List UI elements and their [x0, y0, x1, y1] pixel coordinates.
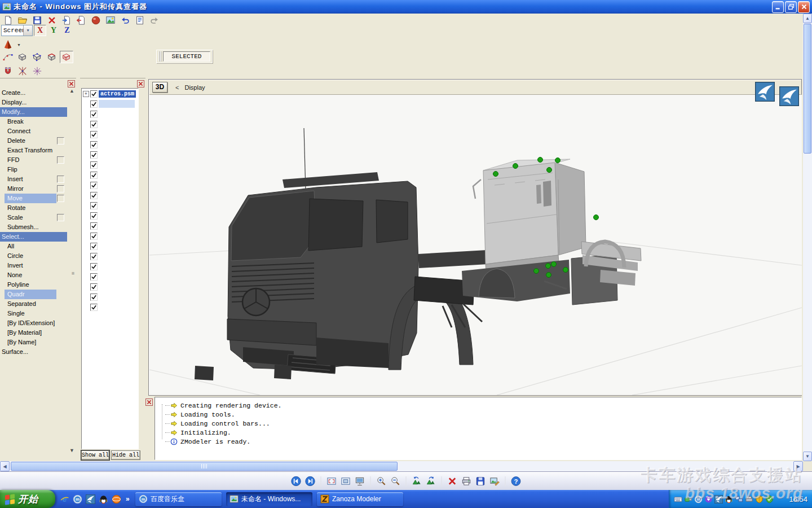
- tree-node-row[interactable]: [82, 170, 138, 180]
- magnet-button[interactable]: [1, 65, 15, 77]
- visibility-checkbox[interactable]: [90, 100, 98, 108]
- visibility-checkbox[interactable]: [90, 182, 98, 189]
- menu-item-move[interactable]: Move: [0, 194, 67, 203]
- truck-right-model[interactable]: [462, 159, 641, 305]
- axis-x-button[interactable]: X: [34, 25, 46, 36]
- tree-node-row[interactable]: [82, 211, 138, 221]
- tree-node-row[interactable]: [82, 99, 138, 109]
- next-image-button[interactable]: [303, 474, 317, 488]
- tree-node-row[interactable]: [82, 160, 138, 170]
- zoom-out-button[interactable]: [389, 474, 403, 488]
- tree-node-row[interactable]: [82, 271, 138, 282]
- menu-item-none[interactable]: None: [0, 270, 67, 280]
- scroll-down-icon[interactable]: ▼: [69, 448, 74, 453]
- back-arrow[interactable]: <: [175, 84, 179, 91]
- texture-image-button[interactable]: [104, 14, 117, 27]
- visibility-checkbox[interactable]: [90, 233, 98, 240]
- usb-device-icon[interactable]: [684, 495, 692, 503]
- option-box[interactable]: [57, 176, 64, 183]
- visibility-checkbox[interactable]: [90, 141, 98, 148]
- visibility-checkbox[interactable]: [90, 90, 98, 98]
- material-sphere-button[interactable]: [89, 14, 103, 27]
- start-button[interactable]: 开始: [0, 490, 55, 508]
- selected-toggle[interactable]: SELECTED: [163, 51, 210, 62]
- menu-item-rotate[interactable]: Rotate: [0, 203, 67, 213]
- menu-item-all[interactable]: All: [0, 242, 67, 251]
- tree-node-row[interactable]: [82, 200, 138, 211]
- baidu-music-icon[interactable]: m: [694, 495, 703, 503]
- rotate-counterclockwise-button[interactable]: [410, 474, 424, 488]
- qq-icon[interactable]: [725, 495, 733, 503]
- chevron-down-icon[interactable]: ▼: [23, 25, 32, 36]
- tree-node-row[interactable]: [82, 150, 138, 160]
- expand-icon[interactable]: +: [83, 91, 89, 97]
- visibility-checkbox[interactable]: [90, 121, 98, 128]
- close-button[interactable]: [798, 1, 810, 13]
- visibility-checkbox[interactable]: [90, 222, 98, 230]
- menu-item-separated[interactable]: Separated: [0, 299, 67, 309]
- menu-panel-close-button[interactable]: [68, 80, 75, 87]
- tree-node-row[interactable]: [82, 282, 138, 292]
- print-spool-icon[interactable]: [745, 495, 753, 503]
- internet-explorer-icon[interactable]: e: [60, 494, 69, 504]
- zmodeler-swallow-icon[interactable]: [714, 495, 723, 503]
- scroll-down-button[interactable]: ▼: [803, 452, 812, 461]
- tree-node-row[interactable]: [82, 302, 138, 312]
- baidu-music-icon[interactable]: m: [73, 494, 82, 504]
- actual-size-button[interactable]: [339, 474, 353, 488]
- zoom-in-button[interactable]: [374, 474, 389, 488]
- vertex-edit-button[interactable]: [1, 51, 15, 63]
- visibility-checkbox[interactable]: [90, 243, 98, 250]
- restore-button[interactable]: [785, 1, 797, 13]
- visibility-checkbox[interactable]: [90, 161, 98, 169]
- visibility-checkbox[interactable]: [90, 131, 98, 138]
- menu-item-scale[interactable]: Scale: [0, 213, 67, 222]
- tree-root-row[interactable]: +actros.psm: [82, 89, 138, 99]
- visibility-checkbox[interactable]: [90, 273, 98, 281]
- grid-snap-button[interactable]: [30, 65, 44, 77]
- menu-item-submesh[interactable]: Submesh...: [0, 222, 67, 232]
- menu-item-single[interactable]: Single: [0, 309, 67, 318]
- delete-button[interactable]: [445, 474, 460, 488]
- visibility-checkbox[interactable]: [90, 151, 98, 159]
- scroll-up-icon[interactable]: ▲: [69, 88, 74, 94]
- view-mode-button[interactable]: 3D: [152, 82, 167, 93]
- visibility-checkbox[interactable]: [90, 263, 98, 270]
- visibility-checkbox[interactable]: [90, 212, 98, 220]
- hide-all-button[interactable]: Hide all: [111, 450, 140, 460]
- axes-cross-button[interactable]: [16, 65, 29, 77]
- tree-node-row[interactable]: [82, 139, 138, 150]
- horizontal-scroll-thumb[interactable]: [11, 462, 398, 471]
- option-box[interactable]: [57, 137, 64, 144]
- scroll-left-button[interactable]: ◀: [0, 461, 10, 471]
- tree-node-row[interactable]: [82, 129, 138, 139]
- tree-node-row[interactable]: [82, 231, 138, 241]
- zmodeler-swallow-icon[interactable]: [86, 494, 95, 504]
- menu-item-by-material[interactable]: [By Material]: [0, 328, 67, 338]
- 3d-viewport[interactable]: 3D < Display: [148, 79, 802, 396]
- previous-image-button[interactable]: [289, 474, 303, 488]
- tree-node-row[interactable]: [82, 190, 138, 200]
- quick-launch-more-chevron[interactable]: »: [126, 495, 130, 503]
- report-button[interactable]: [133, 14, 147, 27]
- download-purple-icon[interactable]: [704, 495, 713, 503]
- cube-faces-button[interactable]: [30, 51, 44, 63]
- shield-gold-icon[interactable]: [755, 495, 764, 503]
- slideshow-button[interactable]: [353, 474, 367, 488]
- show-all-button[interactable]: Show all: [81, 450, 109, 460]
- menu-item-display[interactable]: Display...: [0, 98, 67, 107]
- tree-node-row[interactable]: [82, 109, 138, 119]
- cube-edges-button[interactable]: [45, 51, 59, 63]
- menu-item-invert[interactable]: Invert: [0, 261, 67, 270]
- help-button[interactable]: ?: [509, 474, 523, 488]
- tree-root-label[interactable]: actros.psm: [99, 90, 136, 98]
- truck-left-model[interactable]: [195, 128, 488, 380]
- option-box[interactable]: [57, 214, 64, 221]
- tree-panel-close-button[interactable]: [137, 80, 144, 87]
- rotate-clockwise-button[interactable]: [424, 474, 438, 488]
- log-panel-close-button[interactable]: [145, 398, 153, 406]
- screen-combo[interactable]: Screen ▼: [1, 25, 33, 36]
- redo-button[interactable]: [148, 14, 161, 27]
- tree-node-row[interactable]: [82, 241, 138, 251]
- tree-node-row[interactable]: [82, 119, 138, 129]
